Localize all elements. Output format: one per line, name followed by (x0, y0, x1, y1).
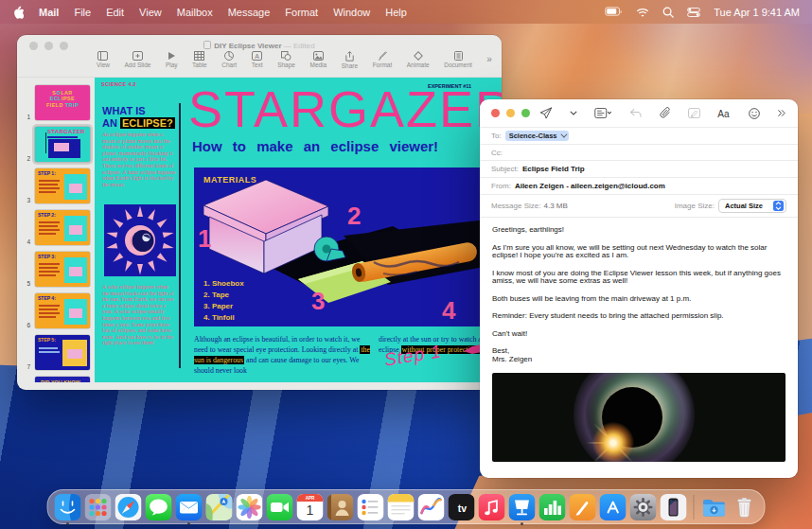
menu-file[interactable]: File (74, 7, 91, 18)
running-indicator (187, 522, 190, 525)
dock-numbers-icon[interactable] (539, 494, 566, 520)
dock-facetime-icon[interactable] (267, 494, 293, 520)
dock-mail-icon[interactable] (176, 494, 203, 520)
dock-freeform-icon[interactable] (418, 494, 445, 520)
menu-help[interactable]: Help (385, 7, 407, 18)
image-size-dropdown[interactable]: Actual Size (718, 199, 786, 213)
mail-subject-row[interactable]: Subject: Eclipse Field Trip (480, 161, 798, 178)
keynote-tool-add-slide[interactable]: Add Slide (125, 51, 151, 68)
menu-format[interactable]: Format (285, 7, 318, 18)
markup-icon[interactable] (688, 108, 700, 118)
message-size-label: Message Size: (491, 202, 540, 210)
dock-settings-icon[interactable] (630, 494, 657, 520)
slide-thumbnail-1[interactable]: 1SOLARECLIPSEFIELD TRIP (17, 82, 95, 123)
keynote-tool-text[interactable]: AText (252, 51, 263, 68)
keynote-tool-format[interactable]: Format (373, 51, 393, 68)
search-icon[interactable] (662, 7, 674, 18)
mail-message-body[interactable]: Greetings, earthlings!As I'm sure you al… (480, 218, 798, 363)
slide-thumbnail-3[interactable]: 3STEP 1: (17, 166, 95, 206)
dock-reminders-icon[interactable] (358, 494, 384, 520)
from-value: Aileen Zeigen - aileen.zeigen@icloud.com (515, 182, 665, 190)
slide-thumbnail-6[interactable]: 6STEP 4: (17, 291, 95, 331)
keynote-toolbar-overflow[interactable]: » (486, 51, 492, 64)
menu-mailbox[interactable]: Mailbox (177, 7, 213, 18)
slide-thumbnail-7[interactable]: 7STEP 5: (17, 332, 95, 373)
eclipse-photo-attachment[interactable] (492, 373, 786, 462)
to-recipient-token[interactable]: Science-Class (505, 131, 569, 141)
mail-from-row[interactable]: From: Aileen Zeigen - aileen.zeigen@iclo… (480, 178, 798, 195)
mail-compose-window: Aa To: Science-Class Cc: Subject: Eclips… (480, 99, 798, 478)
menu-view[interactable]: View (139, 7, 162, 18)
apple-menu-icon[interactable] (12, 6, 24, 19)
send-icon[interactable] (539, 107, 553, 119)
dock-appstore-icon[interactable] (600, 494, 627, 520)
dock-notes-icon[interactable] (388, 494, 415, 520)
slide-materials-panel: MATERIALS (194, 168, 502, 326)
menu-window[interactable]: Window (333, 7, 370, 18)
slide-heading: WHAT ISAN ECLIPSE? (102, 105, 175, 130)
reply-icon[interactable] (629, 108, 642, 118)
menu-mail[interactable]: Mail (39, 7, 59, 18)
dock-calendar-icon[interactable]: APR1 (297, 494, 324, 520)
mail-to-row[interactable]: To: Science-Class (480, 128, 798, 145)
keynote-tool-chart[interactable]: Chart (221, 51, 237, 68)
keynote-window: DIY Eclipse Viewer — Edited ViewAdd Slid… (17, 35, 502, 390)
slide-thumbnail-4[interactable]: 4STEP 2: (17, 207, 95, 248)
emoji-icon[interactable] (749, 108, 760, 119)
keynote-titlebar[interactable]: DIY Eclipse Viewer — Edited (17, 35, 502, 49)
svg-text:tv: tv (458, 502, 467, 513)
svg-text:3: 3 (311, 287, 325, 315)
dock-appletv-icon[interactable]: tv (449, 494, 475, 520)
dock-maps-icon[interactable] (206, 494, 233, 520)
keynote-tool-play[interactable]: Play (166, 51, 178, 68)
keynote-tool-media[interactable]: Media (309, 51, 327, 68)
message-paragraph: Reminder: Every student needs to bring t… (492, 312, 786, 321)
menu-message[interactable]: Message (228, 7, 271, 18)
chevron-down-icon[interactable] (570, 111, 577, 115)
mail-cc-row[interactable]: Cc: (480, 145, 798, 161)
format-icon[interactable]: Aa (717, 108, 732, 118)
dock-safari-icon[interactable] (115, 494, 142, 520)
dock-music-icon[interactable] (479, 494, 505, 520)
keynote-window-controls[interactable] (29, 42, 68, 50)
slide-thumbnail-5[interactable]: 5STEP 3: (17, 249, 95, 290)
wifi-icon[interactable] (636, 8, 649, 17)
materials-label: MATERIALS (203, 175, 256, 185)
dock-iphone-mirroring-icon[interactable] (661, 494, 687, 520)
message-paragraph: As I'm sure you all know, we will be set… (492, 244, 786, 260)
keynote-tool-document[interactable]: Document (444, 51, 472, 68)
svg-text:APR: APR (306, 496, 315, 501)
dock-launchpad-icon[interactable] (85, 494, 112, 520)
dock-contacts-icon[interactable] (327, 494, 354, 520)
keynote-window-title: DIY Eclipse Viewer — Edited (17, 35, 502, 50)
dock-keynote-icon[interactable] (509, 494, 536, 520)
keynote-tool-shape[interactable]: Shape (277, 51, 295, 68)
more-icon[interactable] (777, 109, 786, 117)
attach-icon[interactable] (660, 107, 671, 119)
dock-separator (694, 495, 695, 520)
slide-thumbnail-2[interactable]: 2STARGAZER (17, 124, 95, 165)
header-fields-icon[interactable] (594, 108, 612, 118)
keynote-tool-share[interactable]: Share (342, 51, 358, 69)
menu-edit[interactable]: Edit (106, 7, 124, 18)
materials-list: 1. Shoebox2. Tape3. Paper4. Tinfoil (203, 278, 244, 324)
mail-window-controls[interactable] (491, 109, 530, 117)
dock-finder-icon[interactable] (55, 494, 81, 520)
keynote-tool-view[interactable]: View (97, 51, 110, 68)
keynote-tool-table[interactable]: Table (192, 51, 207, 68)
dock-photos-icon[interactable] (237, 494, 263, 520)
dock-messages-icon[interactable] (146, 494, 172, 520)
dock-pages-icon[interactable] (570, 494, 596, 520)
slide-thumbnail-next[interactable]: DID YOU KNOW (17, 374, 95, 382)
menu-clock[interactable]: Tue Apr 1 9:41 AM (714, 7, 800, 18)
message-paragraph: Best,Mrs. Zeigen (492, 347, 786, 363)
dock-downloads-icon[interactable] (701, 494, 728, 520)
dock-trash-icon[interactable] (732, 494, 758, 520)
battery-icon[interactable] (605, 7, 623, 17)
control-center-icon[interactable] (687, 8, 700, 17)
keynote-slide-canvas[interactable]: SCIENCE 4.2 EXPERIMENT #11 WHAT ISAN ECL… (95, 78, 502, 382)
mail-size-row: Message Size: 4.3 MB Image Size: Actual … (480, 195, 798, 218)
cc-label: Cc: (491, 149, 503, 157)
message-paragraph: I know most of you are doing the Eclipse… (492, 270, 786, 286)
keynote-tool-animate[interactable]: Animate (407, 51, 430, 68)
